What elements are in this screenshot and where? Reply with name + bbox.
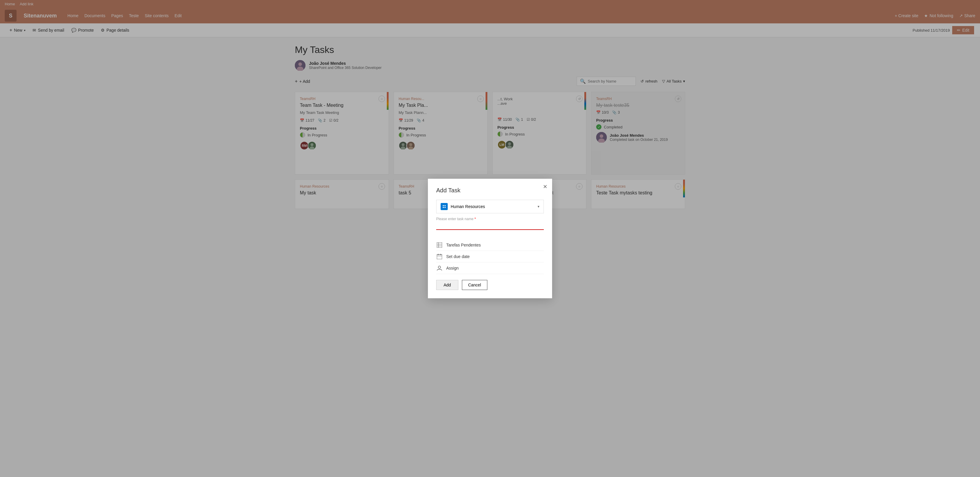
modal-title: Add Task xyxy=(436,187,544,194)
svg-point-20 xyxy=(444,205,445,206)
modal-close-button[interactable]: ✕ xyxy=(543,183,547,190)
dropdown-icon xyxy=(441,203,448,210)
dropdown-button[interactable]: Human Resources ▾ xyxy=(436,200,544,213)
svg-point-22 xyxy=(444,207,445,208)
svg-point-21 xyxy=(443,207,444,208)
add-task-modal: Add Task ✕ Human Resources ▾ Please ente… xyxy=(428,179,552,216)
dropdown-text: Human Resources xyxy=(451,204,535,209)
svg-rect-18 xyxy=(442,204,447,209)
chevron-down-icon: ▾ xyxy=(538,204,539,209)
modal-overlay: Add Task ✕ Human Resources ▾ Please ente… xyxy=(0,0,980,216)
svg-point-19 xyxy=(443,205,444,206)
